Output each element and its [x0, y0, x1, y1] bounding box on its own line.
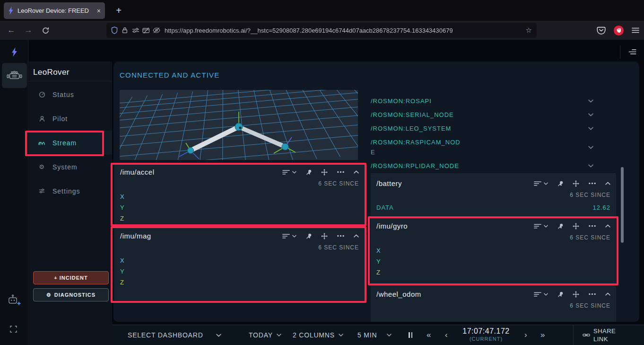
tracking-shield-icon[interactable] — [111, 27, 118, 34]
fullscreen-icon — [10, 326, 17, 333]
diagnostics-button[interactable]: ⚙ DIAGNOSTICS — [33, 288, 109, 301]
pin-icon[interactable] — [557, 291, 564, 298]
list-item[interactable]: /ROSMON:ROSAPI — [371, 94, 616, 108]
fullscreen-button[interactable] — [10, 326, 17, 333]
chevron-down-icon[interactable] — [588, 127, 593, 130]
forward-button[interactable]: → — [23, 25, 34, 36]
list-item[interactable]: /ROSMON:RASPICAM_NODE — [371, 135, 616, 159]
tab-close-icon[interactable]: × — [97, 8, 101, 14]
panel-title: /imu/accel — [120, 168, 282, 176]
rosmon-node-label: /ROSMON:RPLIDAR_NODE — [371, 161, 465, 171]
menu-hamburger-icon[interactable] — [632, 27, 639, 33]
bar-divider — [573, 325, 574, 345]
filter-dropdown-icon[interactable] — [282, 233, 296, 239]
sidebar-item-status[interactable]: Status — [29, 82, 112, 106]
axis-x-label: X — [376, 247, 610, 258]
rosmon-divider — [371, 174, 616, 174]
collapse-icon[interactable] — [605, 292, 610, 296]
rover-icon — [7, 70, 22, 81]
date-range-dropdown[interactable]: TODAY — [249, 325, 281, 345]
more-options-icon[interactable] — [337, 171, 345, 173]
pin-icon[interactable] — [557, 223, 564, 230]
back-button[interactable]: ← — [6, 25, 17, 36]
axis-x-label: X — [120, 193, 359, 204]
sidebar-item-system[interactable]: ⚙ System — [29, 155, 112, 179]
columns-dropdown[interactable]: 2 COLUMNS — [293, 325, 343, 345]
select-dashboard-dropdown[interactable]: SELECT DASHBOARD — [128, 325, 221, 345]
share-link-button[interactable]: SHARE LINK — [583, 325, 616, 345]
pocket-icon[interactable] — [597, 26, 606, 35]
browser-tab[interactable]: LeoRover Device: FREED × — [4, 2, 105, 19]
app-window: LeoRover Status Pilot Stream ⚙ System Se… — [0, 40, 644, 345]
skip-forward-button[interactable]: » — [540, 325, 545, 345]
url-text[interactable]: https://app.freedomrobotics.ai/?__hstc=5… — [165, 27, 522, 34]
more-options-icon[interactable] — [337, 235, 345, 237]
panel-imu-accel: /imu/accel 6 SEC SINCE X Y Z — [114, 163, 365, 225]
filter-dropdown-icon[interactable] — [534, 223, 548, 229]
panel-imu-mag: /imu/mag 6 SEC SINCE X Y Z — [114, 227, 365, 302]
pin-icon[interactable] — [305, 233, 312, 239]
lock-icon[interactable] — [122, 27, 128, 34]
bookmark-star-icon[interactable]: ☆ — [526, 26, 532, 35]
time-window-dropdown[interactable]: 5 MIN — [357, 325, 392, 345]
chevron-down-icon[interactable] — [588, 113, 593, 116]
step-back-button[interactable]: ‹ — [445, 325, 448, 345]
chevron-down-icon[interactable] — [588, 99, 593, 103]
list-item[interactable]: /ROSMON:SERIAL_NODE — [371, 108, 616, 122]
rosmon-node-label: /ROSMON:LEO_SYSTEM — [371, 124, 465, 133]
collapse-icon[interactable] — [605, 182, 610, 185]
axis-x-label: X — [120, 257, 359, 268]
3d-viewport[interactable] — [120, 90, 358, 160]
collapse-icon[interactable] — [605, 224, 610, 228]
filter-dropdown-icon[interactable] — [534, 292, 548, 297]
blocker-hand-icon[interactable] — [614, 26, 624, 35]
gear-icon: ⚙ — [38, 163, 46, 170]
rosmon-node-label: /ROSMON:ROSAPI — [371, 96, 465, 106]
more-options-icon[interactable] — [588, 293, 596, 295]
collapse-icon[interactable] — [354, 170, 359, 174]
pause-button[interactable] — [409, 325, 412, 345]
tab-title: LeoRover Device: FREED — [17, 7, 93, 14]
move-icon[interactable] — [321, 169, 328, 176]
more-options-icon[interactable] — [588, 225, 596, 227]
sidebar-item-stream[interactable]: Stream — [29, 131, 112, 155]
url-bar[interactable]: https://app.freedomrobotics.ai/?__hstc=5… — [106, 23, 537, 38]
move-icon[interactable] — [573, 223, 579, 230]
move-icon[interactable] — [573, 180, 579, 187]
add-device-button[interactable] — [7, 294, 21, 306]
filter-dropdown-icon[interactable] — [534, 181, 548, 186]
pin-icon[interactable] — [557, 180, 564, 187]
list-item[interactable]: /ROSMON:LEO_SYSTEM — [371, 122, 616, 135]
more-options-icon[interactable] — [588, 182, 596, 185]
share-label-line2: LINK — [593, 336, 608, 343]
left-rail — [0, 40, 28, 345]
chevron-down-icon[interactable] — [588, 164, 593, 168]
axis-z-label: Z — [120, 279, 359, 290]
gears-icon: ⚙ — [46, 292, 52, 298]
collapse-icon[interactable] — [354, 234, 359, 238]
step-forward-button[interactable]: › — [524, 325, 527, 345]
list-item[interactable]: /ROSMON:RPLIDAR_NODE — [371, 159, 616, 173]
sidebar-menu: Status Pilot Stream ⚙ System Settings — [29, 82, 112, 203]
timestamp-mode: (CURRENT) — [458, 336, 514, 342]
brand-bolt-icon[interactable] — [11, 47, 17, 57]
pin-icon[interactable] — [305, 169, 312, 176]
move-icon[interactable] — [321, 233, 328, 239]
scrollbar-thumb[interactable] — [621, 167, 624, 243]
time-window-label: 5 MIN — [357, 331, 377, 339]
chevron-down-icon — [216, 334, 221, 337]
new-tab-button[interactable]: + — [112, 4, 126, 17]
reload-button[interactable] — [40, 25, 51, 36]
incident-button[interactable]: + INCIDENT — [33, 271, 109, 284]
blocked-eye-icon — [153, 27, 160, 33]
sidebar-item-settings[interactable]: Settings — [29, 179, 112, 203]
move-icon[interactable] — [573, 291, 579, 298]
notifications-menu-icon[interactable] — [627, 49, 636, 55]
device-rover-tile[interactable] — [2, 63, 27, 88]
sidebar-item-pilot[interactable]: Pilot — [29, 106, 112, 131]
chevron-down-icon — [277, 334, 281, 336]
skip-back-button[interactable]: « — [426, 325, 431, 345]
filter-dropdown-icon[interactable] — [282, 169, 296, 175]
chevron-down-icon[interactable] — [588, 146, 593, 149]
permission-icons[interactable] — [132, 27, 160, 34]
